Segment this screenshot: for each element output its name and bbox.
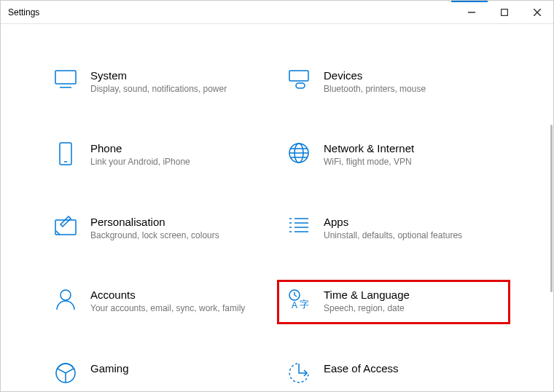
devices-icon — [284, 69, 313, 90]
svg-rect-18 — [55, 220, 76, 235]
svg-line-31 — [294, 295, 297, 297]
title-bar: Settings — [1, 1, 553, 24]
close-button[interactable] — [520, 1, 553, 23]
tile-desc: WiFi, flight mode, VPN — [324, 156, 488, 168]
tile-accounts[interactable]: Accounts Your accounts, email, sync, wor… — [44, 280, 277, 324]
tile-phone[interactable]: Phone Link your Android, iPhone — [44, 133, 277, 177]
tile-title: Network & Internet — [324, 142, 488, 154]
globe-icon — [284, 142, 313, 164]
minimize-button[interactable] — [455, 1, 488, 23]
tile-system[interactable]: System Display, sound, notifications, po… — [44, 60, 277, 104]
tile-desc: Bluetooth, printers, mouse — [324, 83, 488, 95]
gaming-icon — [51, 362, 80, 384]
tile-title: Phone — [90, 142, 255, 154]
svg-point-28 — [61, 290, 71, 300]
tile-desc: Uninstall, defaults, optional features — [324, 230, 488, 242]
personalisation-icon — [51, 216, 80, 236]
svg-rect-4 — [55, 71, 76, 84]
tile-title: Gaming — [90, 362, 255, 375]
svg-rect-10 — [296, 83, 305, 88]
phone-icon — [51, 142, 80, 165]
tile-title: Accounts — [90, 289, 255, 301]
tile-title: Devices — [324, 69, 488, 82]
svg-rect-6 — [289, 71, 308, 81]
scrollbar[interactable] — [550, 125, 553, 292]
ease-of-access-icon — [284, 362, 313, 384]
system-icon — [51, 69, 80, 90]
tile-network[interactable]: Network & Internet WiFi, flight mode, VP… — [277, 133, 510, 177]
window-title: Settings — [8, 7, 39, 17]
accounts-icon — [51, 289, 80, 310]
tile-devices[interactable]: Devices Bluetooth, printers, mouse — [277, 60, 510, 104]
tile-title: Ease of Access — [324, 362, 488, 375]
tile-ease-of-access[interactable]: Ease of Access — [277, 353, 510, 392]
settings-grid: System Display, sound, notifications, po… — [44, 24, 510, 364]
tile-title: Personalisation — [90, 216, 255, 228]
tile-desc: Background, lock screen, colours — [90, 230, 255, 242]
tile-title: Apps — [324, 216, 488, 228]
tile-desc: Display, sound, notifications, power — [90, 83, 255, 95]
tile-desc: Link your Android, iPhone — [90, 156, 255, 168]
maximize-button[interactable] — [488, 1, 520, 23]
tile-title: Time & Language — [324, 289, 488, 301]
tile-title: System — [90, 69, 255, 82]
time-language-icon: A字 — [284, 289, 313, 310]
tile-gaming[interactable]: Gaming — [44, 353, 277, 392]
svg-rect-1 — [501, 9, 507, 15]
tile-desc: Speech, region, date — [324, 302, 488, 315]
tile-apps[interactable]: Apps Uninstall, defaults, optional featu… — [277, 207, 510, 251]
tile-desc: Your accounts, email, sync, work, family — [90, 302, 255, 315]
svg-text:A: A — [292, 300, 297, 310]
svg-text:字: 字 — [300, 299, 309, 310]
tile-personalisation[interactable]: Personalisation Background, lock screen,… — [44, 207, 277, 251]
tile-time-language[interactable]: A字 Time & Language Speech, region, date — [277, 280, 510, 324]
apps-icon — [284, 216, 313, 235]
